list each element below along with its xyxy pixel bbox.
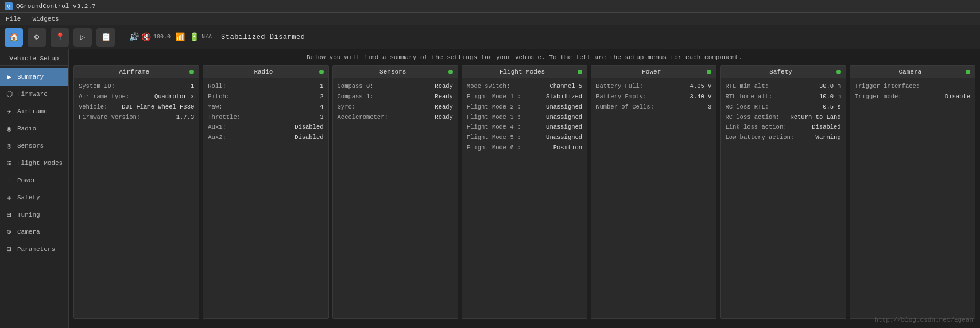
mute-icon[interactable]: 🔇 [141,32,151,42]
sidebar-header: Vehicle Setup [0,52,68,66]
sidebar-label-summary: Summary [17,74,44,80]
table-row: Firmware Version: 1.7.3 [79,113,194,123]
sensors-card-title: Sensors [338,68,448,75]
power-icon: ▭ [5,176,14,185]
table-row: Link loss action: Disabled [725,122,840,133]
audio-icon[interactable]: 🔊 [129,32,139,42]
table-row: Flight Mode 2 : Unassigned [467,102,582,113]
sidebar: Vehicle Setup ▶ Summary ⬡ Firmware ✈ Air… [0,49,69,328]
sensors-status-dot [448,70,453,74]
table-row: RTL home alt: 10.0 m [725,92,840,102]
sidebar-item-safety[interactable]: ✚ Safety [0,189,68,206]
table-row: Mode switch: Channel 5 [467,82,582,92]
camera-card-title: Camera [855,68,966,75]
content-area: Below you will find a summary of the set… [69,49,980,328]
sidebar-label-radio: Radio [17,125,36,132]
summary-grid: Airframe System ID: 1 Airframe type: Qua… [73,65,975,319]
sidebar-item-camera[interactable]: ⊙ Camera [0,223,68,241]
camera-card-body: Trigger interface: Trigger mode: Disable [850,78,975,106]
page-description: Below you will find a summary of the set… [73,54,975,61]
table-row: Battery Full: 4.05 V [596,82,711,92]
sidebar-item-parameters[interactable]: ⊞ Parameters [0,241,68,258]
sidebar-item-airframe[interactable]: ✈ Airframe [0,103,68,120]
sidebar-label-sensors: Sensors [17,142,44,149]
sidebar-label-tuning: Tuning [17,211,40,218]
radio-card-title: Radio [208,68,319,75]
table-row: Trigger mode: Disable [855,92,970,102]
signal-group: 📶 [175,32,185,42]
table-row: RC loss RTL: 0.5 s [725,102,840,113]
safety-card-title: Safety [725,68,836,75]
sidebar-label-firmware: Firmware [17,91,48,98]
sidebar-item-radio[interactable]: ◉ Radio [0,120,68,137]
sidebar-item-power[interactable]: ▭ Power [0,172,68,189]
battery-group: 🔋 N/A [189,32,212,42]
battery-label: N/A [202,34,212,40]
sensors-card: Sensors Compass 0: Ready Compass 1: Read… [332,65,458,319]
table-row: Flight Mode 4 : Unassigned [467,122,582,133]
app-icon: Q [5,2,13,10]
safety-icon: ✚ [5,193,14,202]
sidebar-item-firmware[interactable]: ⬡ Firmware [0,86,68,103]
safety-card: Safety RTL min alt: 30.0 m RTL home alt:… [720,65,846,319]
radio-status-dot [319,70,324,74]
table-row: Compass 1: Ready [338,92,453,102]
power-card-body: Battery Full: 4.05 V Battery Empty: 3.40… [591,78,716,116]
sidebar-item-flight-modes[interactable]: ≋ Flight Modes [0,155,68,172]
menu-bar: File Widgets [0,13,980,25]
sidebar-label-parameters: Parameters [17,246,55,253]
power-card: Power Battery Full: 4.05 V Battery Empty… [591,65,716,319]
sidebar-item-summary[interactable]: ▶ Summary [0,68,68,86]
parameters-icon: ⊞ [5,245,14,254]
table-row: RTL min alt: 30.0 m [725,82,840,92]
table-row: Gyro: Ready [338,102,453,113]
table-row: Battery Empty: 3.40 V [596,92,711,102]
menu-widgets[interactable]: Widgets [30,14,61,24]
sidebar-item-sensors[interactable]: ◎ Sensors [0,137,68,155]
app-title: QGroundControl v3.2.7 [16,3,96,10]
safety-card-header: Safety [721,66,845,78]
table-row: Flight Mode 5 : Unassigned [467,133,582,143]
flight-modes-icon: ≋ [5,159,14,168]
airframe-icon: ✈ [5,107,14,116]
menu-file[interactable]: File [3,14,23,24]
sensors-card-body: Compass 0: Ready Compass 1: Ready Gyro: … [333,78,458,126]
battery-icon: 🔋 [189,32,199,42]
signal-icon: 📶 [175,32,185,42]
power-card-title: Power [596,68,707,75]
table-row: System ID: 1 [79,82,194,92]
table-row: Compass 0: Ready [338,82,453,92]
sidebar-label-airframe: Airframe [17,108,48,115]
table-row: Flight Mode 3 : Unassigned [467,113,582,123]
audio-group: 🔊 🔇 100.0 [129,32,171,42]
table-row: Aux2: Disabled [208,133,323,143]
settings-button[interactable]: ⚙ [28,28,46,47]
table-row: Airframe type: Quadrotor x [79,92,194,102]
send-button[interactable]: ▷ [73,28,92,47]
power-status-dot [707,70,711,74]
home-button[interactable]: 🏠 [5,28,23,47]
log-button[interactable]: 📋 [96,28,115,47]
radio-card-body: Roll: 1 Pitch: 2 Yaw: 4 Throttle: 3 [203,78,328,146]
table-row: Flight Mode 6 : Position [467,143,582,153]
radio-card-header: Radio [203,66,328,78]
airframe-card-body: System ID: 1 Airframe type: Quadrotor x … [74,78,199,126]
toolbar: 🏠 ⚙ 📍 ▷ 📋 🔊 🔇 100.0 📶 🔋 N/A Stabilized D… [0,25,980,49]
sensors-icon: ◎ [5,141,14,151]
airframe-status-dot [189,70,194,74]
table-row: Trigger interface: [855,82,970,92]
safety-status-dot [836,70,841,74]
sensors-card-header: Sensors [333,66,458,78]
sidebar-item-tuning[interactable]: ⊟ Tuning [0,206,68,223]
flight-status: Stabilized Disarmed [221,33,305,41]
main-layout: Vehicle Setup ▶ Summary ⬡ Firmware ✈ Air… [0,49,980,328]
safety-card-body: RTL min alt: 30.0 m RTL home alt: 10.0 m… [721,78,845,146]
flight-modes-card-title: Flight Modes [467,68,578,75]
location-button[interactable]: 📍 [51,28,69,47]
sidebar-label-camera: Camera [17,229,40,236]
table-row: RC loss action: Return to Land [725,113,840,123]
sidebar-label-safety: Safety [17,194,40,201]
camera-icon: ⊙ [5,227,14,237]
flight-modes-card: Flight Modes Mode switch: Channel 5 Flig… [462,65,587,319]
table-row: Pitch: 2 [208,92,323,102]
